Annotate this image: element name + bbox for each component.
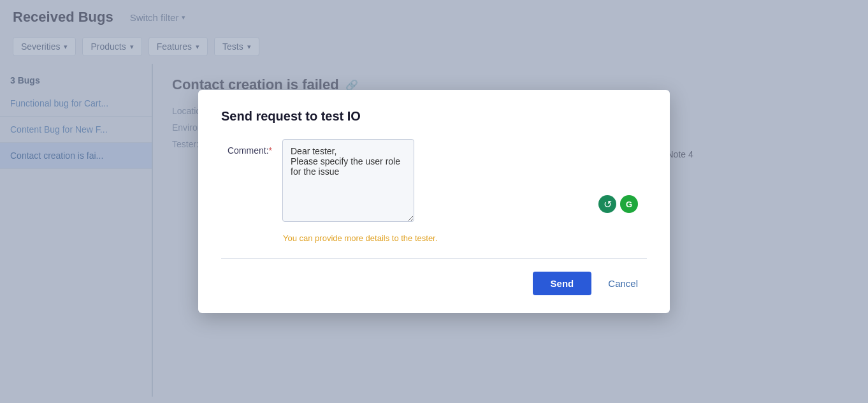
textarea-wrapper: Dear tester, Please specify the user rol… [282,139,647,224]
comment-label: Comment:* [221,139,272,156]
modal-title: Send request to test IO [221,109,647,124]
textarea-icons: ↺ G [598,195,638,213]
modal-body: Comment:* Dear tester, Please specify th… [221,139,647,224]
required-marker: * [269,145,272,156]
cancel-button[interactable]: Cancel [599,272,647,295]
comment-textarea[interactable]: Dear tester, Please specify the user rol… [282,139,414,222]
modal-footer: Send Cancel [221,258,647,295]
grammarly-icon[interactable]: G [620,195,638,213]
spell-check-icon[interactable]: ↺ [598,195,616,213]
send-button[interactable]: Send [533,272,592,295]
modal-overlay: Send request to test IO Comment:* Dear t… [0,0,868,403]
modal-dialog: Send request to test IO Comment:* Dear t… [198,90,670,313]
hint-text: You can provide more details to the test… [283,233,647,243]
